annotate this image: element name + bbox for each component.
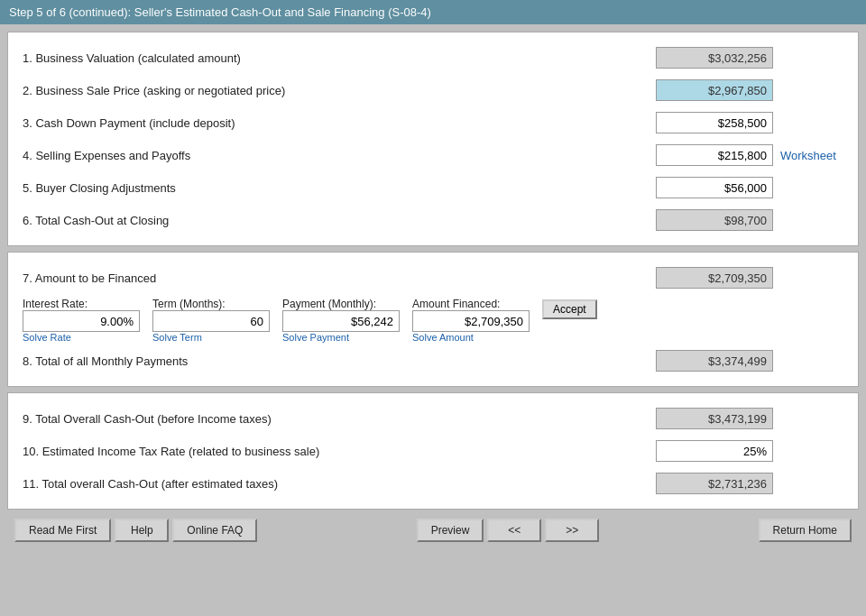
accept-group: Accept: [542, 298, 597, 319]
row2: 2. Business Sale Price (asking or negoti…: [23, 74, 843, 106]
interest-label: Interest Rate:: [23, 298, 88, 310]
row11-label: 11. Total overall Cash-Out (after estima…: [23, 477, 656, 491]
row4-worksheet-link[interactable]: Worksheet: [780, 149, 836, 162]
row2-label: 2. Business Sale Price (asking or negoti…: [23, 84, 656, 97]
row10-label: 10. Estimated Income Tax Rate (related t…: [23, 445, 656, 458]
row2-value-container[interactable]: [656, 79, 773, 101]
solve-amount-link[interactable]: Solve Amount: [412, 332, 474, 343]
row9-value-container: [656, 408, 773, 429]
interest-group: Interest Rate: Solve Rate: [23, 298, 140, 343]
finance-controls: Interest Rate: Solve Rate Term (Months):…: [23, 294, 843, 345]
row4-input[interactable]: [656, 144, 773, 166]
row1-value-container[interactable]: [656, 47, 773, 69]
finance-row: Interest Rate: Solve Rate Term (Months):…: [23, 298, 843, 343]
row1-label: 1. Business Valuation (calculated amount…: [23, 51, 656, 65]
row6: 6. Total Cash-Out at Closing: [23, 204, 843, 236]
forward-button[interactable]: >>: [545, 519, 599, 542]
row7-value-container: [656, 267, 773, 289]
row1-input[interactable]: [656, 47, 773, 69]
help-button[interactable]: Help: [115, 519, 169, 542]
row8-input[interactable]: [656, 350, 773, 372]
solve-term-link[interactable]: Solve Term: [152, 332, 202, 343]
main-container: 1. Business Valuation (calculated amount…: [0, 24, 866, 615]
row8-label: 8. Total of all Monthly Payments: [23, 354, 656, 368]
title-bar: Step 5 of 6 (continued): Seller's Estima…: [0, 0, 866, 24]
term-group: Term (Months): Solve Term: [152, 298, 270, 343]
row2-input[interactable]: [656, 79, 773, 101]
row4-worksheet-link-container: Worksheet: [780, 149, 843, 162]
row5-label: 5. Buyer Closing Adjustments: [23, 181, 656, 195]
right-nav-group: Return Home: [759, 519, 852, 542]
section1: 1. Business Valuation (calculated amount…: [7, 32, 859, 246]
row7-input[interactable]: [656, 267, 773, 289]
row8: 8. Total of all Monthly Payments: [23, 345, 843, 377]
row11-value-container: [656, 473, 773, 494]
term-input[interactable]: [152, 310, 270, 332]
row5: 5. Buyer Closing Adjustments: [23, 171, 843, 204]
row4-label: 4. Selling Expenses and Payoffs: [23, 149, 656, 162]
row3-label: 3. Cash Down Payment (include deposit): [23, 116, 656, 130]
row10: 10. Estimated Income Tax Rate (related t…: [23, 435, 843, 467]
term-label: Term (Months):: [152, 298, 226, 310]
row4: 4. Selling Expenses and Payoffs Workshee…: [23, 139, 843, 171]
amount-financed-input[interactable]: [412, 310, 530, 332]
section3: 9. Total Overall Cash-Out (before Income…: [7, 392, 859, 510]
row5-value-container[interactable]: [656, 177, 773, 198]
row1: 1. Business Valuation (calculated amount…: [23, 41, 843, 74]
interest-input[interactable]: [23, 310, 140, 332]
row4-value-container[interactable]: [656, 144, 773, 166]
payment-group: Payment (Monthly): Solve Payment: [282, 298, 400, 343]
row9: 9. Total Overall Cash-Out (before Income…: [23, 402, 843, 435]
row9-label: 9. Total Overall Cash-Out (before Income…: [23, 412, 656, 426]
row3-input[interactable]: [656, 112, 773, 133]
row9-input[interactable]: [656, 408, 773, 429]
read-me-first-button[interactable]: Read Me First: [14, 519, 111, 542]
section2: 7. Amount to be Financed Interest Rate: …: [7, 252, 859, 387]
row6-value-container[interactable]: [656, 209, 773, 231]
accept-button[interactable]: Accept: [542, 299, 597, 319]
row3-value-container[interactable]: [656, 112, 773, 133]
row3: 3. Cash Down Payment (include deposit): [23, 106, 843, 139]
row8-value-container: [656, 350, 773, 372]
left-nav-group: Read Me First Help Online FAQ: [14, 519, 257, 542]
amount-financed-group: Amount Financed: Solve Amount: [412, 298, 530, 343]
row10-value-container[interactable]: [656, 440, 773, 462]
row6-input[interactable]: [656, 209, 773, 231]
title-text: Step 5 of 6 (continued): Seller's Estima…: [9, 5, 431, 19]
preview-button[interactable]: Preview: [417, 519, 484, 542]
solve-payment-link[interactable]: Solve Payment: [282, 332, 349, 343]
row11-input[interactable]: [656, 473, 773, 494]
row5-input[interactable]: [656, 177, 773, 198]
amount-financed-label: Amount Financed:: [412, 298, 500, 310]
back-button[interactable]: <<: [487, 519, 541, 542]
return-home-button[interactable]: Return Home: [759, 519, 852, 542]
row7-label: 7. Amount to be Financed: [23, 271, 656, 285]
payment-input[interactable]: [282, 310, 400, 332]
row11: 11. Total overall Cash-Out (after estima…: [23, 467, 843, 500]
row7: 7. Amount to be Financed: [23, 262, 843, 294]
online-faq-button[interactable]: Online FAQ: [172, 519, 257, 542]
center-nav-group: Preview << >>: [417, 519, 600, 542]
payment-label: Payment (Monthly):: [282, 298, 376, 310]
solve-rate-link[interactable]: Solve Rate: [23, 332, 71, 343]
bottom-bar: Read Me First Help Online FAQ Preview <<…: [7, 515, 859, 546]
row6-label: 6. Total Cash-Out at Closing: [23, 214, 656, 227]
row10-input[interactable]: [656, 440, 773, 462]
